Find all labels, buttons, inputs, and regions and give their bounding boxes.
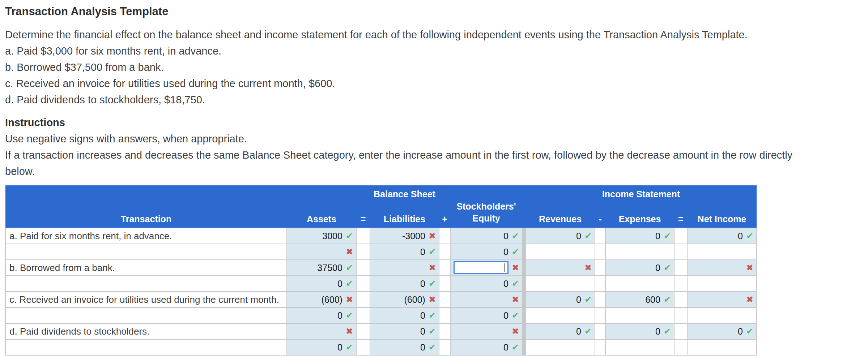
focused-answer-input[interactable] bbox=[454, 261, 509, 274]
col-header-equity-top: Stockholders' bbox=[450, 201, 522, 212]
incorrect-x-icon: ✖ bbox=[346, 327, 353, 336]
assets-answer-cell[interactable]: 0✔ bbox=[287, 307, 356, 323]
instruction-line-1: Use negative signs with answers, when ap… bbox=[5, 131, 862, 147]
col-header-liabilities: Liabilities bbox=[370, 201, 439, 228]
event-line-d: d. Paid dividends to stockholders, $18,7… bbox=[5, 92, 862, 108]
answer-value: 0 bbox=[420, 310, 425, 321]
empty-cell bbox=[687, 276, 757, 292]
assets-answer-cell[interactable]: 0✔ bbox=[287, 276, 356, 292]
answer-value: 3000 bbox=[322, 231, 342, 241]
gap-cell bbox=[439, 339, 450, 355]
liabilities-answer-cell[interactable]: 0✔ bbox=[370, 276, 439, 292]
answer-value: 0 bbox=[576, 231, 581, 241]
correct-check-icon: ✔ bbox=[664, 295, 671, 304]
transaction-label: c. Received an invoice for utilities use… bbox=[5, 292, 287, 307]
incorrect-x-icon: ✖ bbox=[429, 232, 436, 240]
transaction-label bbox=[5, 244, 287, 260]
revenues-answer-cell[interactable]: 0✔ bbox=[526, 292, 595, 307]
gap-cell bbox=[595, 244, 605, 260]
incorrect-x-icon: ✖ bbox=[346, 295, 353, 304]
gap-cell bbox=[595, 307, 605, 323]
revenues-answer-cell[interactable]: 0✔ bbox=[526, 323, 595, 339]
section-separator bbox=[522, 228, 526, 244]
transaction-label: d. Paid dividends to stockholders. bbox=[5, 323, 287, 339]
empty-cell bbox=[605, 276, 674, 292]
page-title: Transaction Analysis Template bbox=[5, 4, 862, 19]
assets-answer-cell[interactable]: ✖ bbox=[287, 244, 356, 260]
event-line-a: a. Paid $3,000 for six months rent, in a… bbox=[5, 43, 862, 59]
net_income-answer-cell[interactable]: ✖ bbox=[687, 260, 757, 276]
equity-answer-cell[interactable]: ✖ bbox=[450, 292, 522, 307]
answer-value: (600) bbox=[322, 294, 342, 305]
instruction-line-2: If a transaction increases and decreases… bbox=[5, 147, 862, 163]
expenses-answer-cell[interactable]: 0✔ bbox=[605, 323, 674, 339]
expenses-answer-cell[interactable]: 0✔ bbox=[605, 260, 674, 276]
liabilities-answer-cell[interactable]: 0✔ bbox=[370, 307, 439, 323]
transaction-label bbox=[5, 307, 287, 323]
section-separator bbox=[522, 260, 526, 276]
correct-check-icon: ✔ bbox=[346, 343, 353, 352]
answer-value: 37500 bbox=[317, 263, 342, 273]
equity-answer-cell[interactable]: ✖ bbox=[450, 260, 522, 276]
col-header-expenses: Expenses bbox=[605, 201, 674, 228]
section-separator-header bbox=[522, 201, 526, 228]
col-header-equals-1: = bbox=[356, 201, 370, 228]
gap-cell bbox=[674, 292, 687, 307]
instructions-text: Use negative signs with answers, when ap… bbox=[5, 131, 862, 180]
equity-answer-cell[interactable]: 0✔ bbox=[450, 244, 522, 260]
liabilities-answer-cell[interactable]: -3000✖ bbox=[370, 228, 439, 244]
liabilities-answer-cell[interactable]: (600)✖ bbox=[370, 292, 439, 307]
answer-value: 0 bbox=[503, 310, 509, 321]
equity-answer-cell[interactable]: ✖ bbox=[450, 323, 522, 339]
gap-cell bbox=[674, 339, 687, 355]
equity-answer-cell[interactable]: 0✔ bbox=[450, 339, 522, 355]
event-line-b: b. Borrowed $37,500 from a bank. bbox=[5, 59, 862, 76]
gap-cell bbox=[595, 292, 605, 307]
correct-check-icon: ✔ bbox=[346, 279, 353, 288]
gap-cell bbox=[356, 244, 370, 260]
section-separator bbox=[522, 244, 526, 260]
revenues-answer-cell[interactable]: ✖ bbox=[526, 260, 595, 276]
gap-cell bbox=[595, 276, 605, 292]
empty-cell bbox=[605, 339, 674, 355]
expenses-answer-cell[interactable]: 0✔ bbox=[605, 228, 674, 244]
revenues-answer-cell[interactable]: 0✔ bbox=[526, 228, 595, 244]
expenses-answer-cell[interactable]: 600✔ bbox=[605, 292, 674, 307]
answer-value: 0 bbox=[655, 231, 660, 241]
answer-value: (600) bbox=[404, 294, 425, 305]
gap-cell bbox=[439, 228, 450, 244]
correct-check-icon: ✔ bbox=[584, 327, 592, 336]
liabilities-answer-cell[interactable]: 0✔ bbox=[370, 244, 439, 260]
table-body: a. Paid for six months rent, in advance.… bbox=[5, 228, 757, 355]
gap-cell bbox=[356, 323, 370, 339]
assets-answer-cell[interactable]: (600)✖ bbox=[287, 292, 356, 307]
assets-answer-cell[interactable]: 0✔ bbox=[287, 339, 356, 355]
net_income-answer-cell[interactable]: 0✔ bbox=[687, 228, 757, 244]
answer-value: -3000 bbox=[402, 231, 425, 241]
correct-check-icon: ✔ bbox=[584, 295, 592, 304]
answer-value: 0 bbox=[576, 326, 581, 337]
table-row: a. Paid for six months rent, in advance.… bbox=[5, 228, 757, 244]
equity-answer-cell[interactable]: 0✔ bbox=[450, 228, 522, 244]
gap-cell bbox=[356, 292, 370, 307]
liabilities-answer-cell[interactable]: ✖ bbox=[370, 260, 439, 276]
net_income-answer-cell[interactable]: ✖ bbox=[687, 292, 757, 307]
assets-answer-cell[interactable]: ✖ bbox=[287, 323, 356, 339]
gap-cell bbox=[595, 260, 605, 276]
gap-cell bbox=[439, 323, 450, 339]
transaction-label bbox=[5, 276, 287, 292]
answer-value: 0 bbox=[337, 342, 342, 353]
incorrect-x-icon: ✖ bbox=[429, 295, 436, 304]
equity-answer-cell[interactable]: 0✔ bbox=[450, 307, 522, 323]
equity-answer-cell[interactable]: 0✔ bbox=[450, 276, 522, 292]
table-row: ✖0✔0✔ bbox=[5, 244, 757, 260]
transaction-label bbox=[5, 339, 287, 355]
section-separator bbox=[522, 323, 526, 339]
net_income-answer-cell[interactable]: 0✔ bbox=[687, 323, 757, 339]
assets-answer-cell[interactable]: 3000✔ bbox=[287, 228, 356, 244]
liabilities-answer-cell[interactable]: 0✔ bbox=[370, 323, 439, 339]
liabilities-answer-cell[interactable]: 0✔ bbox=[370, 339, 439, 355]
gap-cell bbox=[674, 228, 687, 244]
answer-value: 0 bbox=[420, 342, 425, 353]
assets-answer-cell[interactable]: 37500✔ bbox=[287, 260, 356, 276]
